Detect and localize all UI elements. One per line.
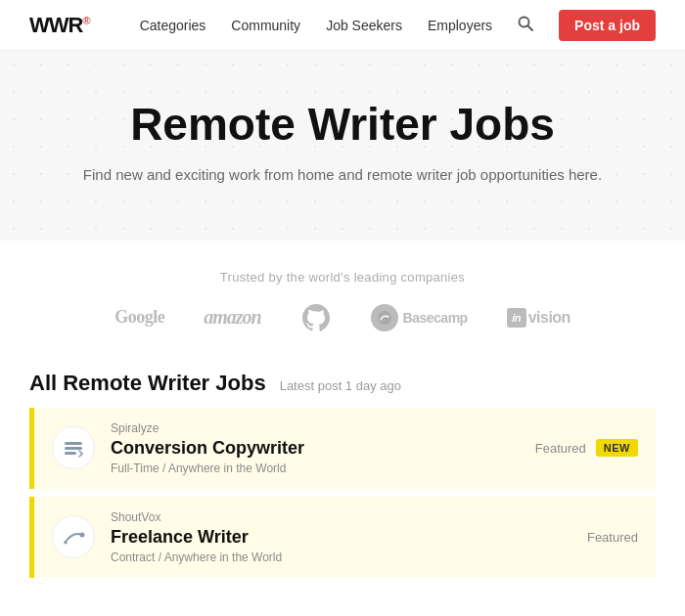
- trusted-logos: Google amazon Basecamp in vision: [20, 302, 665, 333]
- job-info: ShoutVox Freelance Writer Contract / Any…: [111, 510, 587, 564]
- jobs-meta: Latest post 1 day ago: [280, 378, 401, 393]
- job-card[interactable]: Spiralyze Conversion Copywriter Full-Tim…: [29, 408, 656, 489]
- basecamp-logo: Basecamp: [371, 304, 468, 331]
- job-icon: [52, 515, 95, 558]
- logo[interactable]: WWR®: [29, 13, 90, 38]
- job-actions: Featured: [587, 530, 638, 545]
- job-featured-label: Featured: [535, 441, 586, 456]
- job-info: Spiralyze Conversion Copywriter Full-Tim…: [111, 421, 535, 475]
- job-title: Freelance Writer: [111, 527, 587, 548]
- jobs-header: All Remote Writer Jobs Latest post 1 day…: [29, 371, 656, 396]
- svg-rect-4: [65, 447, 82, 450]
- job-card[interactable]: ShoutVox Freelance Writer Contract / Any…: [29, 497, 656, 578]
- job-icon: [52, 426, 95, 469]
- job-actions: Featured NEW: [535, 439, 638, 457]
- post-job-button[interactable]: Post a job: [559, 10, 656, 41]
- job-title: Conversion Copywriter: [111, 438, 535, 459]
- nav-employers[interactable]: Employers: [428, 18, 492, 33]
- nav-links: Categories Community Job Seekers Employe…: [140, 10, 656, 41]
- svg-rect-5: [65, 452, 76, 455]
- job-featured-label: Featured: [587, 530, 638, 545]
- amazon-logo: amazon: [204, 306, 260, 329]
- trusted-label: Trusted by the world's leading companies: [20, 270, 665, 285]
- google-logo: Google: [114, 307, 164, 328]
- job-tags: Contract / Anywhere in the World: [111, 550, 587, 564]
- jobs-section-title: All Remote Writer Jobs: [29, 371, 266, 396]
- hero-subtitle: Find new and exciting work from home and…: [20, 163, 665, 187]
- job-new-badge: NEW: [596, 439, 638, 457]
- svg-rect-3: [65, 442, 82, 445]
- jobs-section: All Remote Writer Jobs Latest post 1 day…: [0, 353, 685, 578]
- github-logo: [300, 302, 332, 333]
- search-icon[interactable]: [518, 16, 533, 35]
- hero-title: Remote Writer Jobs: [20, 100, 665, 150]
- job-company: Spiralyze: [111, 421, 535, 435]
- hero-section: Remote Writer Jobs Find new and exciting…: [0, 51, 685, 241]
- svg-point-2: [378, 311, 391, 325]
- job-company: ShoutVox: [111, 510, 587, 524]
- nav-job-seekers[interactable]: Job Seekers: [326, 18, 402, 33]
- logo-sup: ®: [82, 14, 89, 25]
- invision-logo: in vision: [507, 308, 571, 328]
- job-tags: Full-Time / Anywhere in the World: [111, 462, 535, 475]
- trusted-section: Trusted by the world's leading companies…: [0, 241, 685, 353]
- svg-line-1: [528, 25, 533, 30]
- navbar: WWR® Categories Community Job Seekers Em…: [0, 0, 685, 51]
- nav-categories[interactable]: Categories: [140, 18, 206, 33]
- nav-community[interactable]: Community: [231, 18, 300, 33]
- svg-point-6: [80, 533, 85, 538]
